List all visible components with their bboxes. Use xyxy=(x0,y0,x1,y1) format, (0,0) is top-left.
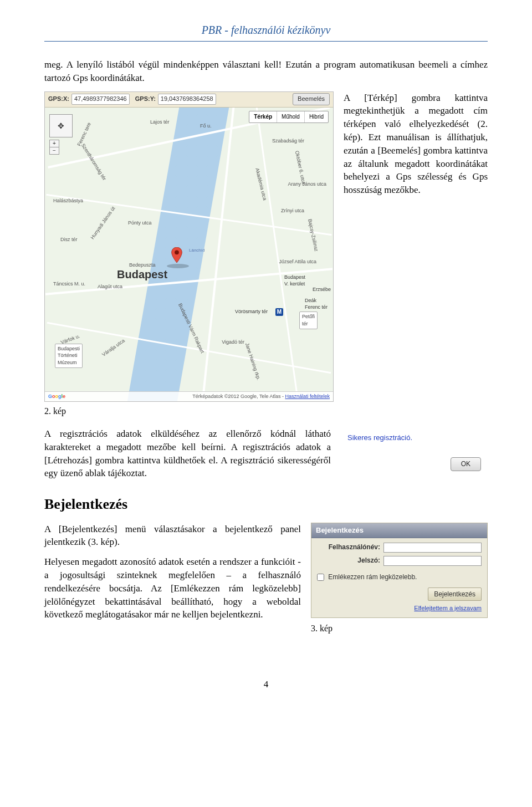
street-label: József Attila utca xyxy=(279,258,316,265)
figure-3-caption: 3. kép xyxy=(311,622,488,635)
map-screenshot: GPS:X: 47,4989377982346 GPS:Y: 19,043769… xyxy=(44,91,334,402)
zoom-in-button[interactable]: + xyxy=(50,140,59,147)
map-desc-paragraph: A [Térkép] gombra kattintva megtekinthet… xyxy=(344,91,488,197)
remember-label: Emlékezzen rám legközelebb. xyxy=(328,573,417,581)
gpsy-label: GPS:Y: xyxy=(135,95,156,103)
login-panel-title: Bejelentkezés xyxy=(311,523,487,538)
login-row: A [Bejelentkezés] menü választásakor a b… xyxy=(44,523,488,645)
remember-checkbox[interactable] xyxy=(317,574,324,581)
password-label: Jelszó: xyxy=(317,556,383,565)
username-input[interactable] xyxy=(383,543,482,553)
login-paragraph-2: Helyesen megadott azonosító adatok eseté… xyxy=(44,555,301,621)
street-label: Vigadó tér xyxy=(222,339,244,346)
street-label: Zrínyi utca xyxy=(281,207,304,214)
city-label: Budapest xyxy=(117,267,167,282)
registration-row: A regisztrációs adatok elküldéséhez az e… xyxy=(44,427,488,487)
metro-icon: M xyxy=(275,308,283,316)
street-label: Disz tér xyxy=(60,236,78,243)
registration-paragraph: A regisztrációs adatok elküldéséhez az e… xyxy=(44,427,331,480)
map-type-bar: Térkép Műhold Hibrid xyxy=(249,111,329,123)
map-footer: Google Térképadatok ©2012 Google, Tele A… xyxy=(45,391,333,401)
intro-paragraph: meg. A lenyíló listából végül mindenképp… xyxy=(44,58,488,85)
login-panel: Bejelentkezés Felhasználónév: Jelszó: Em… xyxy=(311,523,488,618)
street-label: Szabadság tér xyxy=(272,137,304,145)
map-type-map[interactable]: Térkép xyxy=(249,111,277,122)
street-label: Halászbástya xyxy=(53,197,83,205)
map-nav-controls: ✥ + − xyxy=(49,114,73,155)
ok-button[interactable]: OK xyxy=(451,457,481,471)
google-logo: Google xyxy=(48,393,65,400)
map-pin-shadow xyxy=(167,264,189,268)
poi-museum: Budapesti Történeti Múzeum xyxy=(55,344,83,368)
map-pin-icon[interactable] xyxy=(171,247,182,263)
poi-label: Vörösmarty tér xyxy=(235,308,268,315)
map-row: GPS:X: 47,4989377982346 GPS:Y: 19,043769… xyxy=(44,91,488,402)
map-type-satellite[interactable]: Műhold xyxy=(277,111,305,122)
document-header: PBR - felhasználói kézikönyv xyxy=(44,22,488,42)
login-button[interactable]: Bejelentkezés xyxy=(428,588,482,601)
street-label: Fő u. xyxy=(200,122,212,130)
zoom-out-button[interactable]: − xyxy=(50,147,59,154)
login-heading: Bejelentkezés xyxy=(44,494,488,514)
street-label: Táncsics M. u. xyxy=(53,280,85,288)
street-label: Pónty utca xyxy=(128,219,152,227)
gpsy-value[interactable]: 19,0437698364258 xyxy=(158,94,216,104)
figure-2-caption: 2. kép xyxy=(44,405,488,417)
success-dialog: Sikeres regisztráció. OK xyxy=(341,427,488,479)
map-description: A [Térkép] gombra kattintva megtekinthet… xyxy=(344,91,488,203)
street-label: Alagút utca xyxy=(98,283,122,290)
lift-button[interactable]: Beemelés xyxy=(293,93,330,105)
login-paragraph-1: A [Bejelentkezés] menü választásakor a b… xyxy=(44,523,301,549)
success-message: Sikeres regisztráció. xyxy=(347,433,481,443)
map-gps-toolbar: GPS:X: 47,4989377982346 GPS:Y: 19,043769… xyxy=(45,92,333,108)
map-terms-link[interactable]: Használati feltételek xyxy=(285,394,330,399)
gpsx-label: GPS:X: xyxy=(48,95,69,103)
poi-label: Budapest V. kerület xyxy=(284,274,305,288)
map-zoom-control[interactable]: + − xyxy=(49,140,59,155)
username-label: Felhasználónév: xyxy=(317,543,383,552)
street-label: Lajos tér xyxy=(150,119,170,126)
map-pan-control[interactable]: ✥ xyxy=(49,114,73,137)
bridge-label: Lánchíd xyxy=(189,247,204,253)
poi-label: Erzsébe xyxy=(313,286,331,293)
poi-petofi: Petőfi tér xyxy=(299,311,318,329)
gpsx-value[interactable]: 47,4989377982346 xyxy=(71,94,130,104)
page-number: 4 xyxy=(44,678,488,691)
poi-label: Deák Ferenc tér xyxy=(305,297,328,311)
map-type-hybrid[interactable]: Hibrid xyxy=(305,111,328,122)
street-label: Arany János utca xyxy=(288,181,326,188)
map-copyright: Térképadatok ©2012 Google, Tele Atlas - xyxy=(192,394,284,399)
svg-point-0 xyxy=(175,250,179,254)
forgot-password-link[interactable]: Elfelejtettem a jelszavam xyxy=(414,604,482,612)
password-input[interactable] xyxy=(383,556,482,566)
